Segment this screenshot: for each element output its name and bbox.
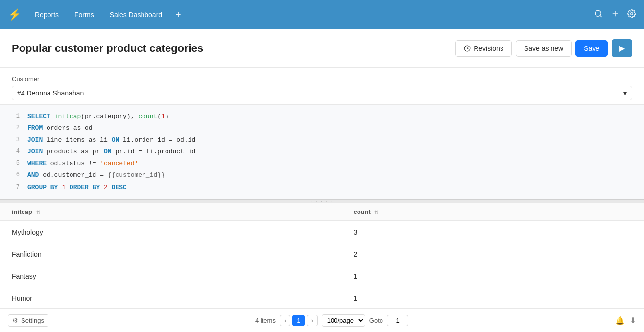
sql-code-6: AND od.customer_id = {{customer_id}}	[27, 170, 165, 181]
goto-label: Goto	[369, 317, 383, 324]
cell-count-3: 1	[341, 265, 644, 287]
nav-item-sales-dashboard[interactable]: Sales Dashboard	[104, 8, 168, 22]
per-page-select[interactable]: 100/page	[322, 314, 365, 327]
sql-line-1: 1 SELECT initcap(pr.category), count(1)	[0, 111, 644, 122]
settings-label: Settings	[21, 317, 44, 324]
gear-settings-icon: ⚙	[12, 317, 18, 324]
download-icon[interactable]: ⬇	[630, 316, 636, 325]
sql-code-2: FROM orders as od	[27, 123, 93, 134]
table-body: Mythology 3 Fanfiction 2 Fantasy 1 Humor…	[0, 221, 644, 308]
add-icon[interactable]	[611, 9, 620, 21]
svg-point-0	[595, 10, 601, 16]
nav-item-forms[interactable]: Forms	[69, 8, 100, 22]
cell-initcap-4: Humor	[0, 287, 341, 308]
notification-icon[interactable]: 🔔	[615, 316, 625, 325]
sql-code-1: SELECT initcap(pr.category), count(1)	[27, 111, 169, 122]
main-content: Customer #4 Deonna Shanahan ▾ 1 SELECT i…	[0, 68, 644, 308]
line-number-6: 6	[8, 170, 20, 180]
cell-initcap-1: Mythology	[0, 221, 341, 243]
revisions-button[interactable]: Revisions	[455, 40, 512, 57]
svg-point-4	[631, 12, 633, 15]
table-row: Fantasy 1	[0, 265, 644, 287]
sort-icon-initcap: ⇅	[36, 210, 40, 215]
line-number-2: 2	[8, 123, 20, 133]
header-actions: Revisions Save as new Save ▶	[455, 39, 632, 57]
sql-line-5: 5 WHERE od.status != 'canceled'	[0, 158, 644, 169]
sql-code-7: GROUP BY 1 ORDER BY 2 DESC	[27, 182, 127, 193]
run-icon: ▶	[619, 44, 625, 53]
footer-center: 4 items ‹ 1 › 100/page Goto	[54, 314, 609, 327]
column-header-initcap[interactable]: initcap ⇅	[0, 203, 341, 221]
results-table: initcap ⇅ count ⇅ Mythology 3 Fanfiction	[0, 203, 644, 308]
sql-code-3: JOIN line_items as li ON li.order_id = o…	[27, 135, 195, 145]
line-number-5: 5	[8, 158, 20, 168]
column-label-initcap: initcap	[12, 208, 32, 215]
sql-line-7: 7 GROUP BY 1 ORDER BY 2 DESC	[0, 182, 644, 193]
footer: ⚙ Settings 4 items ‹ 1 › 100/page Goto 🔔…	[0, 308, 644, 332]
page-title: Popular customer product categories	[12, 42, 455, 55]
run-button[interactable]: ▶	[612, 39, 632, 57]
line-number-3: 3	[8, 135, 20, 144]
sql-editor[interactable]: 1 SELECT initcap(pr.category), count(1) …	[0, 105, 644, 200]
cell-initcap-2: Fanfiction	[0, 243, 341, 265]
sql-line-2: 2 FROM orders as od	[0, 122, 644, 134]
cell-initcap-3: Fantasy	[0, 265, 341, 287]
add-nav-item-button[interactable]: +	[172, 8, 185, 22]
search-icon[interactable]	[594, 9, 603, 21]
svg-line-1	[600, 15, 601, 17]
sql-code-5: WHERE od.status != 'canceled'	[27, 158, 138, 169]
column-label-count: count	[353, 208, 370, 215]
sql-code-4: JOIN products as pr ON pr.id = li.produc…	[27, 146, 195, 157]
top-navigation: ⚡ Reports Forms Sales Dashboard +	[0, 0, 644, 29]
chevron-down-icon: ▾	[623, 89, 627, 97]
settings-button[interactable]: ⚙ Settings	[8, 314, 48, 327]
clock-icon	[464, 45, 471, 52]
customer-filter-label: Customer	[12, 75, 632, 83]
sql-line-4: 4 JOIN products as pr ON pr.id = li.prod…	[0, 146, 644, 158]
page-1-button[interactable]: 1	[292, 315, 305, 326]
page-header: Popular customer product categories Revi…	[0, 29, 644, 68]
save-button[interactable]: Save	[575, 40, 608, 57]
items-count: 4 items	[255, 317, 276, 324]
line-number-7: 7	[8, 182, 20, 192]
nav-item-reports[interactable]: Reports	[29, 8, 65, 22]
customer-select[interactable]: #4 Deonna Shanahan ▾	[12, 86, 632, 100]
cell-count-2: 2	[341, 243, 644, 265]
footer-right: 🔔 ⬇	[615, 316, 636, 325]
nav-right-actions	[594, 9, 636, 21]
sql-line-6: 6 AND od.customer_id = {{customer_id}}	[0, 169, 644, 181]
save-as-new-button[interactable]: Save as new	[516, 40, 572, 57]
line-number-4: 4	[8, 146, 20, 156]
results-section: initcap ⇅ count ⇅ Mythology 3 Fanfiction	[0, 203, 644, 308]
gear-icon[interactable]	[627, 9, 636, 21]
table-row: Fanfiction 2	[0, 243, 644, 265]
pagination: ‹ 1 ›	[280, 315, 318, 326]
sort-icon-count: ⇅	[374, 210, 378, 215]
column-header-count[interactable]: count ⇅	[341, 203, 644, 221]
line-number-1: 1	[8, 111, 20, 121]
next-page-button[interactable]: ›	[307, 315, 317, 326]
cell-count-1: 3	[341, 221, 644, 243]
table-header: initcap ⇅ count ⇅	[0, 203, 644, 221]
cell-count-4: 1	[341, 287, 644, 308]
goto-input[interactable]	[387, 315, 408, 326]
table-row: Mythology 3	[0, 221, 644, 243]
customer-select-value: #4 Deonna Shanahan	[17, 89, 84, 97]
save-label: Save	[584, 45, 599, 52]
revisions-label: Revisions	[474, 45, 503, 52]
save-as-new-label: Save as new	[524, 45, 563, 52]
table-row: Humor 1	[0, 287, 644, 308]
prev-page-button[interactable]: ‹	[280, 315, 290, 326]
app-logo: ⚡	[8, 8, 21, 21]
sql-line-3: 3 JOIN line_items as li ON li.order_id =…	[0, 134, 644, 146]
filter-section: Customer #4 Deonna Shanahan ▾	[0, 68, 644, 105]
